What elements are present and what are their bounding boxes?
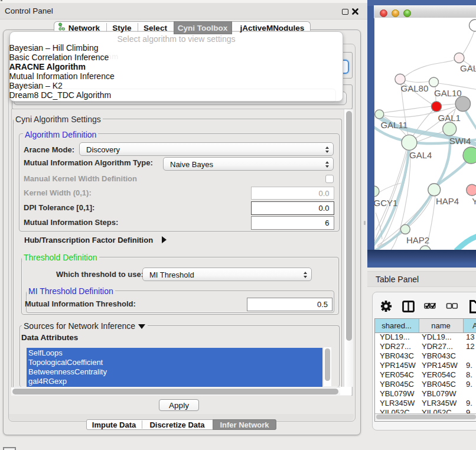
svg-text:GAL10: GAL10	[434, 88, 462, 98]
svg-text:GCY1: GCY1	[374, 198, 397, 208]
svg-text:Y: Y	[472, 196, 476, 206]
svg-text:SWI4: SWI4	[449, 136, 471, 146]
svg-text:GAL1: GAL1	[438, 113, 461, 123]
svg-text:GAL4: GAL4	[409, 150, 432, 160]
svg-text:GAL2: GAL2	[460, 63, 476, 73]
svg-text:GAL80: GAL80	[401, 83, 429, 93]
svg-text:HAP2: HAP2	[406, 235, 429, 245]
svg-text:HAP4: HAP4	[436, 196, 459, 206]
svg-text:GAL11: GAL11	[380, 120, 407, 130]
